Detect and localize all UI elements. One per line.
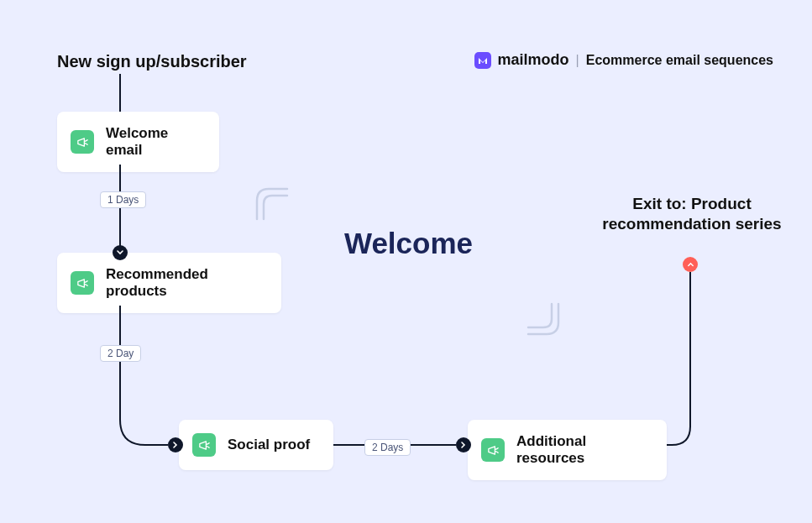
connector-dot-down xyxy=(113,245,128,260)
exit-dot xyxy=(683,257,698,272)
diagram-canvas: mailmodo | Ecommerce email sequences New… xyxy=(0,0,812,523)
delay-pill-2: 2 Day xyxy=(100,345,141,362)
connector-dot-right-1 xyxy=(168,437,183,452)
delay-pill-1: 1 Days xyxy=(100,191,146,208)
delay-pill-3: 2 Days xyxy=(364,439,411,456)
connector-dot-right-2 xyxy=(456,437,471,452)
